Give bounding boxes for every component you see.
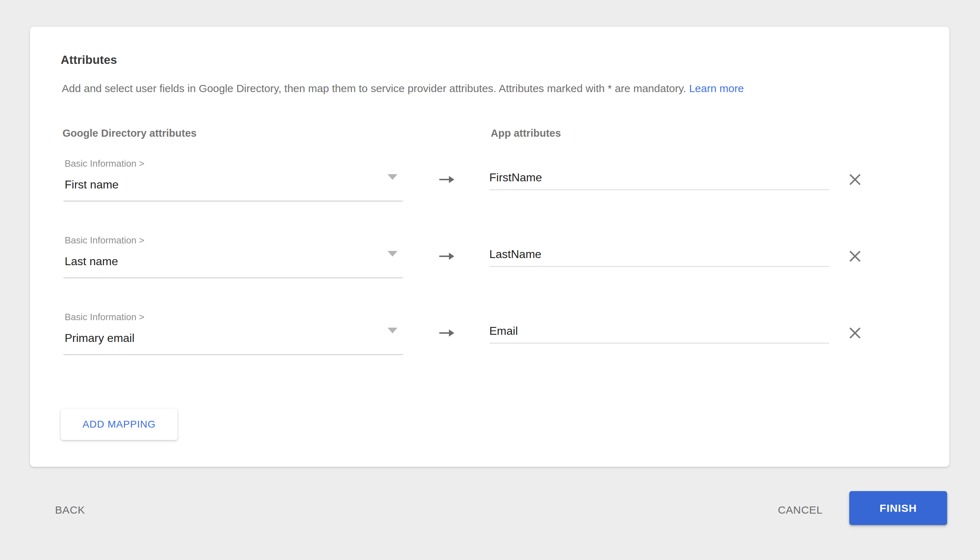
caret-down-icon [387,251,397,257]
mapping-row: Basic Information > Last name [61,230,925,307]
app-attribute-input[interactable] [489,325,829,344]
google-attribute-select[interactable]: Basic Information > First name [61,154,404,211]
google-attribute-select[interactable]: Basic Information > Last name [61,230,404,288]
page-title: Attributes [61,53,117,67]
add-mapping-button[interactable]: ADD MAPPING [61,409,177,440]
attribute-category-label: Basic Information > [65,158,144,169]
x-icon [848,173,862,186]
google-attribute-select[interactable]: Basic Information > Primary email [61,307,404,364]
select-underline [63,354,403,355]
selected-google-attribute: Last name [65,255,118,268]
mapping-row: Basic Information > First name [61,154,925,230]
arrow-right-icon [439,250,455,262]
remove-mapping-button[interactable] [846,325,863,342]
cancel-button[interactable]: CANCEL [778,504,823,516]
caret-down-icon [387,328,397,333]
app-attribute-field [489,230,829,280]
back-button[interactable]: BACK [55,504,85,516]
selected-google-attribute: Primary email [65,332,135,345]
column-header-google-directory: Google Directory attributes [62,127,197,139]
arrow-right-icon [439,327,455,339]
select-underline [63,201,403,202]
mapping-row: Basic Information > Primary email [61,307,925,384]
attribute-category-label: Basic Information > [65,235,144,246]
app-attribute-field [489,307,829,357]
finish-button[interactable]: FINISH [849,491,947,525]
attribute-category-label: Basic Information > [65,312,144,323]
select-underline [63,277,403,278]
description-body: Add and select user fields in Google Dir… [62,82,686,94]
app-attribute-input[interactable] [489,171,829,190]
app-attribute-field [489,154,829,204]
description-text: Add and select user fields in Google Dir… [62,82,744,95]
x-icon [848,250,862,263]
x-icon [848,326,862,340]
attributes-card: Attributes Add and select user fields in… [30,27,949,467]
remove-mapping-button[interactable] [846,171,863,188]
selected-google-attribute: First name [65,178,119,191]
arrow-right-icon [439,174,455,185]
learn-more-link[interactable]: Learn more [689,82,744,94]
app-attribute-input[interactable] [489,248,829,267]
caret-down-icon [387,174,397,180]
remove-mapping-button[interactable] [846,248,863,265]
column-header-app-attributes: App attributes [491,127,561,139]
